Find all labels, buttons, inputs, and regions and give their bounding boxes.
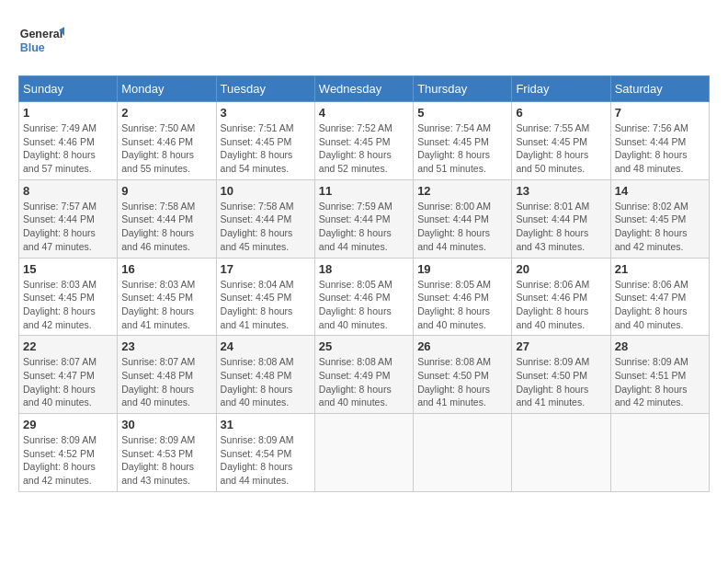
calendar-cell bbox=[512, 414, 610, 492]
day-info: Sunrise: 7:56 AMSunset: 4:44 PMDaylight:… bbox=[615, 121, 705, 176]
day-number: 26 bbox=[417, 339, 507, 353]
day-info: Sunrise: 8:09 AMSunset: 4:50 PMDaylight:… bbox=[516, 355, 606, 409]
day-info: Sunrise: 7:50 AMSunset: 4:46 PMDaylight:… bbox=[121, 121, 211, 176]
day-number: 22 bbox=[23, 339, 113, 353]
day-number: 4 bbox=[319, 106, 409, 120]
day-number: 6 bbox=[516, 106, 606, 120]
calendar-week-row: 22Sunrise: 8:07 AMSunset: 4:47 PMDayligh… bbox=[19, 336, 710, 414]
day-info: Sunrise: 8:08 AMSunset: 4:50 PMDaylight:… bbox=[417, 355, 507, 409]
calendar-week-row: 15Sunrise: 8:03 AMSunset: 4:45 PMDayligh… bbox=[19, 258, 710, 336]
day-number: 10 bbox=[221, 184, 311, 198]
day-info: Sunrise: 8:01 AMSunset: 4:44 PMDaylight:… bbox=[516, 200, 606, 254]
calendar-cell: 17Sunrise: 8:04 AMSunset: 4:45 PMDayligh… bbox=[216, 258, 314, 336]
day-info: Sunrise: 8:03 AMSunset: 4:45 PMDaylight:… bbox=[23, 278, 113, 332]
calendar-cell: 23Sunrise: 8:07 AMSunset: 4:48 PMDayligh… bbox=[118, 336, 216, 414]
calendar-cell: 28Sunrise: 8:09 AMSunset: 4:51 PMDayligh… bbox=[610, 336, 709, 414]
weekday-header-friday: Friday bbox=[512, 76, 610, 102]
calendar-cell: 22Sunrise: 8:07 AMSunset: 4:47 PMDayligh… bbox=[19, 336, 118, 414]
day-info: Sunrise: 7:58 AMSunset: 4:44 PMDaylight:… bbox=[221, 200, 311, 254]
day-info: Sunrise: 8:02 AMSunset: 4:45 PMDaylight:… bbox=[615, 200, 705, 254]
day-info: Sunrise: 7:58 AMSunset: 4:44 PMDaylight:… bbox=[121, 200, 211, 254]
calendar-cell: 18Sunrise: 8:05 AMSunset: 4:46 PMDayligh… bbox=[314, 258, 413, 336]
calendar-cell: 19Sunrise: 8:05 AMSunset: 4:46 PMDayligh… bbox=[414, 258, 512, 336]
calendar-cell: 7Sunrise: 7:56 AMSunset: 4:44 PMDaylight… bbox=[610, 102, 709, 180]
calendar-cell: 21Sunrise: 8:06 AMSunset: 4:47 PMDayligh… bbox=[610, 258, 709, 336]
weekday-header-sunday: Sunday bbox=[19, 76, 118, 102]
day-info: Sunrise: 8:06 AMSunset: 4:47 PMDaylight:… bbox=[615, 278, 705, 332]
day-info: Sunrise: 8:07 AMSunset: 4:47 PMDaylight:… bbox=[23, 355, 113, 409]
logo: General Blue bbox=[18, 18, 64, 64]
day-number: 18 bbox=[319, 262, 409, 276]
day-info: Sunrise: 8:09 AMSunset: 4:54 PMDaylight:… bbox=[221, 433, 311, 488]
day-number: 20 bbox=[516, 262, 606, 276]
day-number: 1 bbox=[23, 106, 113, 120]
day-info: Sunrise: 8:04 AMSunset: 4:45 PMDaylight:… bbox=[221, 278, 311, 332]
calendar-cell: 15Sunrise: 8:03 AMSunset: 4:45 PMDayligh… bbox=[19, 258, 118, 336]
weekday-header-wednesday: Wednesday bbox=[314, 76, 413, 102]
weekday-header-tuesday: Tuesday bbox=[216, 76, 314, 102]
day-number: 30 bbox=[121, 418, 211, 431]
day-number: 27 bbox=[516, 339, 606, 353]
day-info: Sunrise: 8:08 AMSunset: 4:49 PMDaylight:… bbox=[319, 355, 409, 409]
day-info: Sunrise: 7:51 AMSunset: 4:45 PMDaylight:… bbox=[221, 121, 311, 176]
calendar-table: SundayMondayTuesdayWednesdayThursdayFrid… bbox=[18, 75, 710, 492]
day-info: Sunrise: 8:05 AMSunset: 4:46 PMDaylight:… bbox=[319, 278, 409, 332]
calendar-cell bbox=[414, 414, 512, 492]
day-number: 8 bbox=[23, 184, 113, 198]
calendar-cell: 20Sunrise: 8:06 AMSunset: 4:46 PMDayligh… bbox=[512, 258, 610, 336]
day-number: 7 bbox=[615, 106, 705, 120]
calendar-cell: 26Sunrise: 8:08 AMSunset: 4:50 PMDayligh… bbox=[414, 336, 512, 414]
day-info: Sunrise: 8:07 AMSunset: 4:48 PMDaylight:… bbox=[121, 355, 211, 409]
day-number: 15 bbox=[23, 262, 113, 276]
day-number: 19 bbox=[417, 262, 507, 276]
day-number: 11 bbox=[319, 184, 409, 198]
day-number: 17 bbox=[221, 262, 311, 276]
header: General Blue bbox=[18, 18, 710, 64]
calendar-cell: 6Sunrise: 7:55 AMSunset: 4:45 PMDaylight… bbox=[512, 102, 610, 180]
day-number: 28 bbox=[615, 339, 705, 353]
day-info: Sunrise: 7:57 AMSunset: 4:44 PMDaylight:… bbox=[23, 200, 113, 254]
weekday-header-row: SundayMondayTuesdayWednesdayThursdayFrid… bbox=[19, 76, 710, 102]
calendar-cell: 9Sunrise: 7:58 AMSunset: 4:44 PMDaylight… bbox=[118, 179, 216, 258]
day-info: Sunrise: 8:09 AMSunset: 4:53 PMDaylight:… bbox=[121, 433, 211, 488]
day-number: 25 bbox=[319, 339, 409, 353]
calendar-cell: 14Sunrise: 8:02 AMSunset: 4:45 PMDayligh… bbox=[610, 179, 709, 258]
day-number: 23 bbox=[121, 339, 211, 353]
calendar-cell: 2Sunrise: 7:50 AMSunset: 4:46 PMDaylight… bbox=[118, 102, 216, 180]
calendar-cell: 8Sunrise: 7:57 AMSunset: 4:44 PMDaylight… bbox=[19, 179, 118, 258]
weekday-header-saturday: Saturday bbox=[610, 76, 709, 102]
logo-svg: General Blue bbox=[18, 18, 64, 64]
svg-text:General: General bbox=[20, 28, 63, 40]
calendar-cell: 13Sunrise: 8:01 AMSunset: 4:44 PMDayligh… bbox=[512, 179, 610, 258]
calendar-cell bbox=[314, 414, 413, 492]
calendar-cell: 1Sunrise: 7:49 AMSunset: 4:46 PMDaylight… bbox=[19, 102, 118, 180]
calendar-cell: 25Sunrise: 8:08 AMSunset: 4:49 PMDayligh… bbox=[314, 336, 413, 414]
day-number: 3 bbox=[221, 106, 311, 120]
day-info: Sunrise: 8:08 AMSunset: 4:48 PMDaylight:… bbox=[221, 355, 311, 409]
day-number: 14 bbox=[615, 184, 705, 198]
day-info: Sunrise: 7:55 AMSunset: 4:45 PMDaylight:… bbox=[516, 121, 606, 176]
calendar-cell: 27Sunrise: 8:09 AMSunset: 4:50 PMDayligh… bbox=[512, 336, 610, 414]
day-info: Sunrise: 8:09 AMSunset: 4:51 PMDaylight:… bbox=[615, 355, 705, 409]
calendar-cell: 4Sunrise: 7:52 AMSunset: 4:45 PMDaylight… bbox=[314, 102, 413, 180]
calendar-cell bbox=[610, 414, 709, 492]
svg-text:Blue: Blue bbox=[20, 41, 45, 54]
calendar-cell: 24Sunrise: 8:08 AMSunset: 4:48 PMDayligh… bbox=[216, 336, 314, 414]
day-info: Sunrise: 8:00 AMSunset: 4:44 PMDaylight:… bbox=[417, 200, 507, 254]
day-info: Sunrise: 8:05 AMSunset: 4:46 PMDaylight:… bbox=[417, 278, 507, 332]
calendar-week-row: 29Sunrise: 8:09 AMSunset: 4:52 PMDayligh… bbox=[19, 414, 710, 492]
day-info: Sunrise: 8:06 AMSunset: 4:46 PMDaylight:… bbox=[516, 278, 606, 332]
day-number: 21 bbox=[615, 262, 705, 276]
day-number: 31 bbox=[221, 418, 311, 431]
calendar-cell: 30Sunrise: 8:09 AMSunset: 4:53 PMDayligh… bbox=[118, 414, 216, 492]
day-number: 24 bbox=[221, 339, 311, 353]
day-number: 13 bbox=[516, 184, 606, 198]
calendar-cell: 11Sunrise: 7:59 AMSunset: 4:44 PMDayligh… bbox=[314, 179, 413, 258]
day-number: 16 bbox=[121, 262, 211, 276]
weekday-header-monday: Monday bbox=[118, 76, 216, 102]
calendar-cell: 12Sunrise: 8:00 AMSunset: 4:44 PMDayligh… bbox=[414, 179, 512, 258]
day-info: Sunrise: 7:59 AMSunset: 4:44 PMDaylight:… bbox=[319, 200, 409, 254]
calendar-cell: 31Sunrise: 8:09 AMSunset: 4:54 PMDayligh… bbox=[216, 414, 314, 492]
calendar-cell: 29Sunrise: 8:09 AMSunset: 4:52 PMDayligh… bbox=[19, 414, 118, 492]
calendar-cell: 3Sunrise: 7:51 AMSunset: 4:45 PMDaylight… bbox=[216, 102, 314, 180]
